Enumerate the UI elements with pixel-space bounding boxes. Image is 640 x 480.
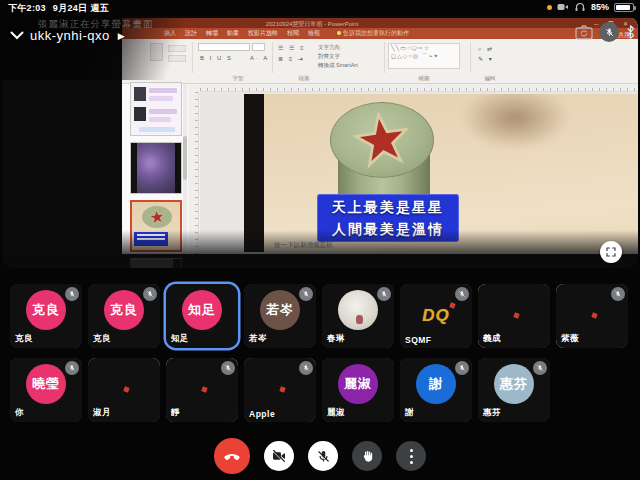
- mic-muted-badge: [65, 361, 79, 375]
- ribbon-group-label: 段落: [282, 75, 326, 82]
- camera-flip-button[interactable]: [575, 25, 593, 40]
- participant-name-label: 克良: [15, 333, 33, 345]
- raised-hand-icon: [360, 449, 375, 464]
- mic-off-icon: [614, 290, 622, 298]
- bottom-fade: [2, 230, 638, 268]
- ppt-tell-me: 告訴我您想要執行的動作: [337, 29, 409, 38]
- participant-avatar: 麗淑: [338, 364, 378, 404]
- call-control-bar: [0, 438, 640, 474]
- mic-off-icon: [224, 364, 232, 372]
- red-star: [350, 108, 413, 171]
- slide-caption-line1: 天上最美是星星: [332, 197, 444, 218]
- participant-avatar: 謝: [416, 364, 456, 404]
- camera-off-icon: [271, 448, 287, 464]
- screen-share-tile[interactable]: 20210924慧聖日常相 - PowerPoint ─ ❐ ✕ 插入 設計 轉…: [2, 16, 638, 268]
- mic-off-icon: [458, 290, 466, 298]
- mic-in-use-indicator: [547, 5, 552, 10]
- mic-muted-badge: [221, 361, 235, 375]
- chevron-right-icon: ▶: [118, 31, 125, 41]
- participant-row-2: 曉瑩 你 淑月 靜 Apple: [10, 358, 550, 422]
- slide-letterbox-bar: [244, 94, 264, 252]
- participant-name-label: 麗淑: [327, 407, 345, 419]
- participant-tile-SQMF[interactable]: DQ SQMF: [400, 284, 472, 348]
- participant-tile-Apple[interactable]: Apple: [244, 358, 316, 422]
- participant-name-label: 義成: [483, 333, 501, 345]
- shapes-gallery: ╲╲▭○⬠⇨☆ ◻△◇○◎ ⌒⌁✦: [388, 43, 460, 69]
- participant-tile-春琳[interactable]: 春琳: [322, 284, 394, 348]
- mic-muted-badge: [455, 361, 469, 375]
- fullscreen-button[interactable]: [600, 241, 622, 263]
- participant-tile-義成[interactable]: 義成: [478, 284, 550, 348]
- mic-muted-badge: [611, 287, 625, 301]
- expand-icon: [605, 246, 617, 258]
- device-mic-muted-button[interactable]: [599, 22, 619, 42]
- mic-off-icon: [68, 364, 76, 372]
- participant-name-label: 謝: [405, 407, 414, 419]
- slide-thumbnail-panel: ♥: [122, 84, 188, 254]
- more-options-button[interactable]: [396, 441, 426, 471]
- camera-off-button[interactable]: [264, 441, 294, 471]
- participant-tile-惠芬[interactable]: 惠芬 惠芬: [478, 358, 550, 422]
- participant-tile-麗淑[interactable]: 麗淑 麗淑: [322, 358, 394, 422]
- meeting-code-chip[interactable]: ukk-ynhi-qxo ▶: [10, 28, 125, 43]
- status-time-date: 下午2:039月24日 週五: [8, 2, 116, 15]
- bluetooth-icon: [625, 24, 636, 40]
- participant-avatar: 知足: [182, 290, 222, 330]
- ribbon-group-label: 編輯: [468, 75, 512, 82]
- participant-name-label: Apple: [249, 409, 275, 419]
- battery-icon: [614, 3, 634, 12]
- status-date: 9月24日 週五: [53, 3, 109, 13]
- participant-tile-知足[interactable]: 知足 知足: [166, 284, 238, 348]
- participant-avatar: [338, 290, 378, 330]
- horizontal-ruler: [200, 84, 638, 92]
- ipad-status-bar: 下午2:039月24日 週五 85%: [0, 0, 640, 16]
- participant-name-label: 春琳: [327, 333, 345, 345]
- mic-muted-badge: [299, 361, 313, 375]
- mic-off-icon: [380, 290, 388, 298]
- participant-tile-淑月[interactable]: 淑月: [88, 358, 160, 422]
- participant-avatar: 曉瑩: [26, 364, 66, 404]
- camera-indicator-icon: [557, 2, 569, 12]
- participant-tile-紫薇[interactable]: 紫薇: [556, 284, 628, 348]
- participant-name-label: 淑月: [93, 407, 111, 419]
- status-time: 下午2:03: [8, 3, 46, 13]
- headphones-icon: [574, 2, 586, 12]
- stamp-cylinder-top: [330, 102, 434, 178]
- mic-off-icon: [68, 290, 76, 298]
- participant-name-label: 惠芬: [483, 407, 501, 419]
- photo-shadow: [460, 94, 570, 150]
- slide-thumbnail-quote: [130, 82, 182, 136]
- participant-name-label: 紫薇: [561, 333, 579, 345]
- mic-off-icon: [302, 364, 310, 372]
- ppt-tab: 檢視: [308, 29, 320, 38]
- participant-tile-謝[interactable]: 謝 謝: [400, 358, 472, 422]
- participant-name-label: 克良: [93, 333, 111, 345]
- raise-hand-button[interactable]: [352, 441, 382, 471]
- mic-muted-badge: [299, 287, 313, 301]
- participant-tile-曉瑩[interactable]: 曉瑩 你: [10, 358, 82, 422]
- thumbnail-scrollbar: [183, 84, 187, 254]
- meet-app: 下午2:039月24日 週五 85% 202: [0, 0, 640, 480]
- mic-muted-badge: [143, 287, 157, 301]
- participant-name-label: SQMF: [405, 335, 432, 345]
- participant-name-label: 若岑: [249, 333, 267, 345]
- participant-tile-克良[interactable]: 克良 克良: [88, 284, 160, 348]
- meeting-code: ukk-ynhi-qxo: [30, 28, 110, 43]
- ribbon-mini-buttons: 文字方向 對齊文字 轉換成 SmartArt: [318, 43, 358, 70]
- participant-tile-克良[interactable]: 克良 克良: [10, 284, 82, 348]
- end-call-button[interactable]: [214, 438, 250, 474]
- slide-thumbnail-flowers: [130, 142, 182, 194]
- battery-percent: 85%: [591, 2, 609, 12]
- mic-off-button[interactable]: [308, 441, 338, 471]
- participant-row-1: 克良 克良 克良 克良 知足 知足 若岑 若岑: [10, 284, 628, 348]
- mic-muted-badge: [65, 287, 79, 301]
- participant-name-label: 知足: [171, 333, 189, 345]
- participant-avatar: 克良: [104, 290, 144, 330]
- ppt-body: ♥ 天上最美是星星: [122, 84, 638, 254]
- top-right-controls: [575, 22, 636, 42]
- participant-avatar: 惠芬: [494, 364, 534, 404]
- status-indicators: 85%: [547, 2, 634, 12]
- participant-tile-靜[interactable]: 靜: [166, 358, 238, 422]
- phone-down-icon: [222, 446, 242, 466]
- participant-tile-若岑[interactable]: 若岑 若岑: [244, 284, 316, 348]
